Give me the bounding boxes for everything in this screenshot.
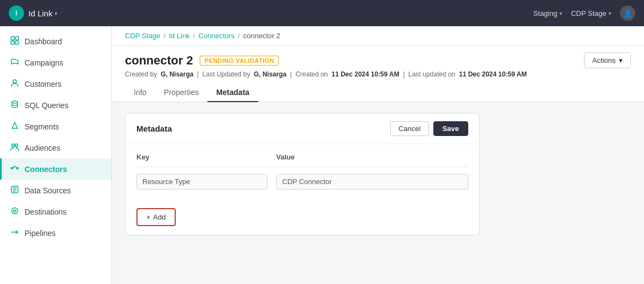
svg-point-4 [13,80,16,83]
staging-selector[interactable]: Staging ▾ [533,9,562,17]
sidebar-item-sql-queries[interactable]: SQL Queries [0,94,111,116]
sidebar-item-label: Connectors [25,165,67,174]
sidebar-item-label: Data Sources [25,186,71,195]
tab-info[interactable]: Info [125,84,155,102]
sidebar-item-customers[interactable]: Customers [0,73,111,94]
audiences-icon [10,143,19,153]
add-icon: + [146,213,151,221]
tab-metadata[interactable]: Metadata [207,84,258,102]
sidebar-item-label: Segments [25,122,59,131]
svg-point-12 [14,210,16,212]
sidebar-item-pipelines[interactable]: Pipelines [0,222,111,244]
connectors-icon [10,164,19,174]
main-content: CDP Stage / Id Link / Connectors / conne… [112,26,644,284]
sql-icon [10,100,19,110]
sidebar-item-campaigns[interactable]: Campaigns [0,52,111,73]
actions-button[interactable]: Actions ▾ [584,52,631,68]
body-layout: Dashboard Campaigns Customers SQL Querie… [0,26,644,284]
sidebar-item-label: Pipelines [25,229,56,238]
sidebar-item-label: Dashboard [25,37,62,46]
breadcrumb-cdp-stage[interactable]: CDP Stage [125,32,160,40]
sidebar-item-segments[interactable]: Segments [0,116,111,137]
breadcrumb-sep-2: / [193,32,195,40]
page-title-row: connector 2 PENDING VALIDATION [125,54,279,68]
add-button-wrapper: + Add [126,204,479,235]
sidebar-item-dashboard[interactable]: Dashboard [0,31,111,52]
table-row [136,174,468,190]
top-nav: i Id Link ▾ Staging ▾ CDP Stage ▾ 👤 [0,0,644,26]
breadcrumb-sep-3: / [238,32,240,40]
value-input[interactable] [276,174,468,190]
sidebar: Dashboard Campaigns Customers SQL Querie… [0,26,112,284]
metadata-card-header: Metadata Cancel Save [126,114,479,144]
cancel-button[interactable]: Cancel [390,121,428,136]
card-actions: Cancel Save [390,121,468,136]
svg-rect-1 [15,37,19,40]
pipelines-icon [10,228,19,238]
metadata-card: Metadata Cancel Save Key Value [125,113,480,235]
metadata-table: Key Value [126,144,479,204]
content-area: Metadata Cancel Save Key Value [112,102,644,246]
table-header: Key Value [136,153,468,161]
sidebar-item-audiences[interactable]: Audiences [0,137,111,158]
breadcrumb-connector2: connector 2 [243,32,280,40]
metadata-card-title: Metadata [136,124,172,133]
app-title-caret: ▾ [55,10,57,16]
sidebar-item-data-sources[interactable]: Data Sources [0,180,111,201]
cdp-caret: ▾ [609,10,611,16]
table-divider [136,167,468,167]
add-button[interactable]: + Add [139,210,174,224]
sidebar-item-label: Customers [25,80,62,88]
key-input[interactable] [136,174,267,190]
add-button-container: + Add [136,208,176,226]
sidebar-item-label: Audiences [25,144,60,152]
cdp-stage-selector[interactable]: CDP Stage ▾ [571,9,611,17]
app-logo: i [9,5,24,21]
user-avatar[interactable]: 👤 [620,5,635,21]
page-header: connector 2 PENDING VALIDATION Actions ▾… [112,46,644,102]
actions-caret-icon: ▾ [619,56,623,64]
save-button[interactable]: Save [433,121,468,136]
svg-point-11 [12,208,18,214]
app-title[interactable]: Id Link ▾ [28,9,57,18]
sidebar-item-destinations[interactable]: Destinations [0,201,111,222]
nav-left: i Id Link ▾ [9,5,57,21]
svg-rect-0 [11,37,14,40]
breadcrumb-sep-1: / [164,32,166,40]
tab-properties[interactable]: Properties [155,84,207,102]
staging-caret: ▾ [559,10,562,16]
key-column-header: Key [136,153,267,161]
breadcrumb-connectors[interactable]: Connectors [198,32,234,40]
sidebar-item-label: Destinations [25,208,67,216]
nav-right: Staging ▾ CDP Stage ▾ 👤 [533,5,635,21]
value-column-header: Value [276,153,468,161]
page-meta: Created by G, Nisarga | Last Updated by … [125,70,631,78]
breadcrumb: CDP Stage / Id Link / Connectors / conne… [112,26,644,46]
sidebar-item-connectors[interactable]: Connectors [0,158,111,180]
destinations-icon [10,206,19,217]
svg-rect-3 [15,41,19,44]
breadcrumb-id-link[interactable]: Id Link [169,32,189,40]
sidebar-item-label: Campaigns [25,58,63,67]
customers-icon [10,79,19,89]
data-sources-icon [10,185,19,196]
sidebar-item-label: SQL Queries [25,101,68,110]
campaigns-icon [10,57,19,68]
dashboard-icon [10,36,19,46]
page-header-top: connector 2 PENDING VALIDATION Actions ▾ [125,52,631,68]
svg-rect-2 [11,41,14,44]
segments-icon [10,121,19,132]
tabs: Info Properties Metadata [125,84,631,102]
svg-point-5 [12,101,17,103]
page-title: connector 2 [125,54,193,68]
status-badge: PENDING VALIDATION [200,56,279,66]
